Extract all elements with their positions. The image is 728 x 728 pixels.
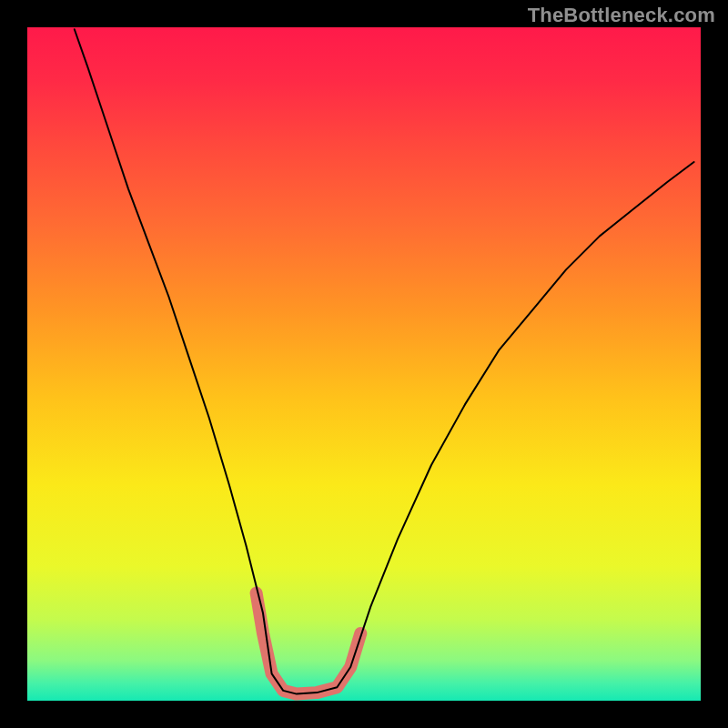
watermark-text: TheBottleneck.com xyxy=(528,4,715,27)
plot-background xyxy=(27,27,701,701)
chart-frame: TheBottleneck.com xyxy=(0,0,728,728)
bottleneck-chart xyxy=(0,0,728,728)
